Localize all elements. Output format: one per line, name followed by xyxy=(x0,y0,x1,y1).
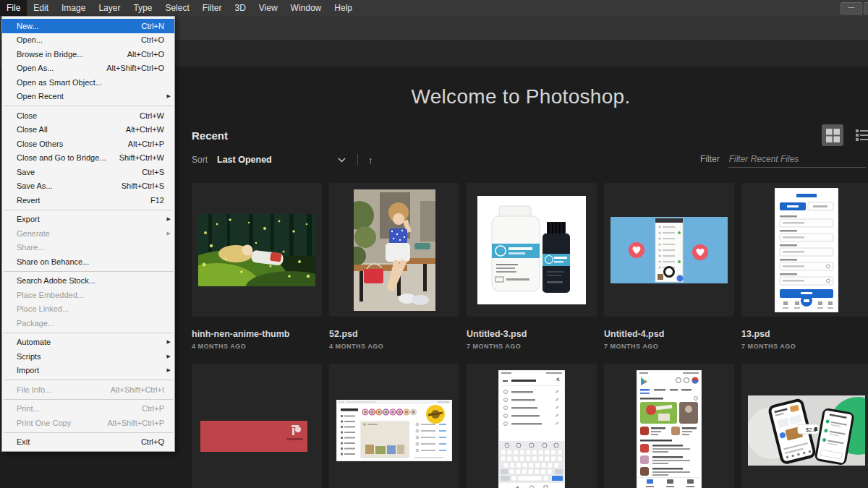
menubar-item-help[interactable]: Help xyxy=(328,0,359,16)
menu-separator xyxy=(4,210,173,210)
menu-item-close-others[interactable]: Close OthersAlt+Ctrl+P xyxy=(2,137,174,151)
list-view-button[interactable] xyxy=(852,124,868,146)
menu-item-open[interactable]: Open...Ctrl+O xyxy=(2,33,174,48)
file-thumbnail-girl-on-bench xyxy=(329,183,459,317)
menu-item-automate[interactable]: Automate▶ xyxy=(2,335,174,350)
menu-item-shortcut: Alt+Shift+Ctrl+P xyxy=(107,419,164,427)
menu-item-label: Package... xyxy=(17,319,54,328)
menubar-item-layer[interactable]: Layer xyxy=(92,0,127,16)
menubar-item-image[interactable]: Image xyxy=(55,0,92,16)
menu-item-share: Share... xyxy=(2,241,174,255)
menu-item-label: File Info... xyxy=(17,385,51,394)
menu-item-label: Save As... xyxy=(17,181,53,190)
menu-item-label: Print One Copy xyxy=(17,419,71,427)
menubar-item-file[interactable]: File xyxy=(0,0,27,16)
filter-input[interactable] xyxy=(728,153,866,168)
recent-file-card-fintech-promo[interactable]: $2.0 xyxy=(741,364,868,488)
recent-file-card-instagram-desktop[interactable] xyxy=(329,364,459,488)
recent-file-card-red-banner[interactable] xyxy=(192,364,322,488)
menu-item-generate: Generate▶ xyxy=(2,226,174,241)
menu-item-label: Search Adobe Stock... xyxy=(17,276,95,285)
filter-label: Filter xyxy=(700,154,720,164)
recent-file-card-play-store[interactable] xyxy=(604,364,734,488)
menubar-item-3d[interactable]: 3D xyxy=(228,0,252,16)
recent-file-card-untitled-4-psd[interactable]: Untitled-4.psd7 MONTHS AGO xyxy=(604,183,734,364)
menu-item-shortcut: Ctrl+P xyxy=(142,404,164,413)
menu-item-shortcut: Ctrl+Q xyxy=(141,437,164,446)
menu-item-label: Share on Behance... xyxy=(17,257,89,266)
file-thumbnail-blue-phone-hearts xyxy=(604,183,734,317)
menubar-item-type[interactable]: Type xyxy=(127,0,158,16)
menu-item-open-as-smart-object[interactable]: Open as Smart Object... xyxy=(2,75,174,90)
file-name: 52.psd xyxy=(329,329,459,339)
recent-file-card-untitled-3-psd[interactable]: Untitled-3.psd7 MONTHS AGO xyxy=(467,183,597,364)
menu-item-label: Share... xyxy=(17,243,45,252)
menu-item-shortcut: Alt+Ctrl+O xyxy=(127,50,164,59)
maximize-button-partial[interactable] xyxy=(864,2,868,14)
menu-item-open-recent[interactable]: Open Recent▶ xyxy=(2,90,174,104)
file-age: 7 MONTHS AGO xyxy=(741,343,868,350)
menu-item-shortcut: Alt+Ctrl+P xyxy=(128,140,164,148)
menu-item-exit[interactable]: ExitCtrl+Q xyxy=(2,435,174,450)
file-age: 7 MONTHS AGO xyxy=(467,343,597,350)
menubar-item-window[interactable]: Window xyxy=(284,0,328,16)
file-thumbnail-fintech-promo: $2.0 xyxy=(741,364,868,488)
menu-item-label: New... xyxy=(17,22,39,30)
recent-file-card-52-psd[interactable]: 52.psd4 MONTHS AGO xyxy=(329,183,459,364)
menu-bar: FileEditImageLayerTypeSelectFilter3DView… xyxy=(0,0,868,16)
menu-item-new[interactable]: New...Ctrl+N xyxy=(2,19,174,33)
menu-item-import[interactable]: Import▶ xyxy=(2,364,174,378)
menubar-item-edit[interactable]: Edit xyxy=(27,0,55,16)
menu-item-file-info: File Info...Alt+Shift+Ctrl+I xyxy=(2,382,174,397)
menu-item-shortcut: Shift+Ctrl+S xyxy=(122,181,164,190)
sort-direction-button[interactable]: ↑ xyxy=(368,155,373,166)
submenu-arrow-icon: ▶ xyxy=(167,93,171,99)
menu-item-label: Scripts xyxy=(17,352,41,361)
menu-item-close-and-go-to-bridge[interactable]: Close and Go to Bridge...Shift+Ctrl+W xyxy=(2,151,174,166)
menu-item-share-on-behance[interactable]: Share on Behance... xyxy=(2,254,174,269)
file-name: Untitled-4.psd xyxy=(604,329,734,339)
menu-item-label: Place Linked... xyxy=(17,304,69,313)
photoshop-window: Welcome to Photoshop. Recent Sor xyxy=(0,0,868,488)
menu-item-label: Close xyxy=(17,111,37,120)
submenu-arrow-icon: ▶ xyxy=(167,367,171,373)
menu-item-shortcut: Ctrl+O xyxy=(141,35,164,44)
file-thumbnail-anime-forest xyxy=(192,183,322,317)
menu-item-shortcut: Ctrl+S xyxy=(142,168,164,176)
menubar-item-filter[interactable]: Filter xyxy=(196,0,229,16)
file-thumbnail-red-banner xyxy=(192,364,322,488)
menu-item-save[interactable]: SaveCtrl+S xyxy=(2,165,174,179)
menu-item-export[interactable]: Export▶ xyxy=(2,213,174,227)
menu-item-label: Print... xyxy=(17,404,40,413)
grid-view-button[interactable] xyxy=(822,124,843,146)
menu-item-scripts[interactable]: Scripts▶ xyxy=(2,349,174,364)
recent-file-card-13-psd[interactable]: 13.psd7 MONTHS AGO xyxy=(741,183,868,364)
menu-item-open-as[interactable]: Open As...Alt+Shift+Ctrl+O xyxy=(2,61,174,76)
sort-dropdown[interactable]: Last Opened xyxy=(217,155,346,165)
menu-item-shortcut: Alt+Ctrl+W xyxy=(126,125,164,134)
menu-item-shortcut: Shift+Ctrl+W xyxy=(119,153,164,162)
recent-heading: Recent xyxy=(192,129,228,142)
menu-item-label: Export xyxy=(17,215,40,223)
grid-view-icon xyxy=(826,129,840,142)
menu-item-close-all[interactable]: Close AllAlt+Ctrl+W xyxy=(2,123,174,137)
menu-item-close[interactable]: CloseCtrl+W xyxy=(2,108,174,123)
recent-file-card-phone-keyboard[interactable] xyxy=(467,364,597,488)
list-view-icon xyxy=(856,129,868,142)
file-thumbnail-play-store xyxy=(604,364,734,488)
recent-file-card-hinh-nen-anime-thumb[interactable]: hinh-nen-anime-thumb4 MONTHS AGO xyxy=(192,183,322,364)
menu-item-shortcut: F12 xyxy=(150,196,164,205)
menu-item-label: Place Embedded... xyxy=(17,291,84,299)
menubar-item-view[interactable]: View xyxy=(252,0,284,16)
menu-item-label: Revert xyxy=(17,196,40,205)
menubar-item-select[interactable]: Select xyxy=(158,0,195,16)
menu-separator xyxy=(4,333,173,333)
menu-item-revert[interactable]: RevertF12 xyxy=(2,193,174,207)
menu-item-search-adobe-stock[interactable]: Search Adobe Stock... xyxy=(2,274,174,288)
menu-item-browse-in-bridge[interactable]: Browse in Bridge...Alt+Ctrl+O xyxy=(2,47,174,61)
menu-item-save-as[interactable]: Save As...Shift+Ctrl+S xyxy=(2,179,174,194)
menu-separator xyxy=(4,380,173,380)
file-thumbnail-instagram-desktop xyxy=(329,364,459,488)
minimize-button[interactable]: — xyxy=(841,2,862,14)
menu-item-label: Close and Go to Bridge... xyxy=(17,153,106,162)
